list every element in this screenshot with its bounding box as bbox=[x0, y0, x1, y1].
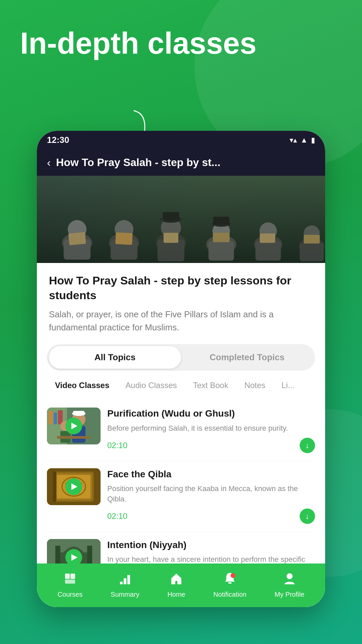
category-more[interactable]: Li... bbox=[274, 377, 303, 393]
lesson-title-1: Purification (Wudu or Ghusl) bbox=[107, 408, 315, 420]
wifi-icon: ▾▴ bbox=[290, 136, 297, 145]
svg-point-66 bbox=[287, 573, 293, 579]
summary-icon bbox=[119, 572, 131, 588]
nav-item-home[interactable]: Home bbox=[161, 569, 192, 602]
nav-label-summary: Summary bbox=[111, 591, 139, 598]
notification-icon bbox=[224, 572, 236, 588]
svg-rect-53 bbox=[87, 546, 92, 564]
svg-rect-24 bbox=[255, 241, 281, 261]
download-button-2[interactable]: ↓ bbox=[300, 508, 315, 524]
course-info: How To Pray Salah - step by step lessons… bbox=[37, 263, 325, 341]
svg-rect-4 bbox=[68, 232, 86, 245]
lesson-info-1: Purification (Wudu or Ghusl) Before perf… bbox=[107, 408, 315, 453]
svg-rect-15 bbox=[164, 233, 178, 243]
svg-rect-63 bbox=[127, 575, 130, 584]
nav-label-courses: Courses bbox=[58, 591, 82, 598]
download-icon-2: ↓ bbox=[305, 512, 309, 521]
tab-completed-topics[interactable]: Completed Topics bbox=[181, 346, 313, 369]
svg-rect-52 bbox=[55, 546, 60, 564]
lesson-footer-2: 02:10 ↓ bbox=[107, 508, 315, 524]
svg-rect-18 bbox=[208, 241, 234, 261]
svg-rect-29 bbox=[304, 235, 320, 244]
svg-rect-32 bbox=[49, 411, 53, 424]
svg-rect-60 bbox=[65, 580, 75, 584]
play-button-2[interactable] bbox=[65, 478, 82, 495]
category-audio-classes[interactable]: Audio Classes bbox=[117, 377, 185, 393]
lesson-item[interactable]: Intention (Niyyah) In your heart, have a… bbox=[47, 532, 315, 564]
phone-screen: 12:30 ▾▴ ▲ ▮ ‹ How To Pray Salah - step … bbox=[37, 131, 325, 607]
courses-icon bbox=[64, 572, 76, 588]
battery-icon: ▮ bbox=[311, 136, 315, 145]
lesson-item[interactable]: Purification (Wudu or Ghusl) Before perf… bbox=[47, 400, 315, 461]
tab-all-topics[interactable]: All Topics bbox=[49, 346, 181, 369]
svg-rect-38 bbox=[73, 411, 84, 415]
svg-rect-20 bbox=[213, 217, 229, 224]
svg-rect-25 bbox=[260, 233, 275, 243]
lesson-info-2: Face the Qibla Position yourself facing … bbox=[107, 468, 315, 524]
status-icons: ▾▴ ▲ ▮ bbox=[290, 136, 315, 145]
course-title: How To Pray Salah - step by step lessons… bbox=[49, 273, 313, 303]
home-icon bbox=[170, 572, 183, 588]
nav-item-courses[interactable]: Courses bbox=[51, 569, 89, 602]
svg-rect-64 bbox=[228, 582, 232, 584]
svg-rect-59 bbox=[70, 574, 75, 579]
svg-rect-14 bbox=[162, 212, 163, 221]
nav-label-notification: Notification bbox=[213, 591, 246, 598]
svg-rect-58 bbox=[65, 574, 70, 579]
svg-rect-13 bbox=[163, 212, 179, 220]
svg-point-65 bbox=[231, 573, 235, 578]
svg-rect-62 bbox=[124, 578, 126, 584]
bottom-nav: Courses Summary Home bbox=[37, 564, 325, 607]
course-header: ‹ How To Pray Salah - step by st... bbox=[37, 149, 325, 176]
back-button[interactable]: ‹ bbox=[47, 156, 51, 169]
profile-icon bbox=[283, 572, 296, 588]
hero-svg bbox=[37, 176, 325, 263]
lesson-title-3: Intention (Niyyah) bbox=[107, 539, 315, 551]
nav-label-home: Home bbox=[167, 591, 185, 598]
lesson-title-2: Face the Qibla bbox=[107, 468, 315, 480]
course-header-title: How To Pray Salah - step by st... bbox=[56, 156, 220, 169]
play-button-3[interactable] bbox=[65, 549, 82, 564]
signal-icon: ▲ bbox=[300, 136, 308, 145]
play-button-1[interactable] bbox=[65, 418, 82, 434]
svg-rect-41 bbox=[57, 436, 90, 439]
lesson-list: Purification (Wudu or Ghusl) Before perf… bbox=[37, 397, 325, 564]
status-time: 12:30 bbox=[47, 135, 69, 145]
svg-rect-28 bbox=[300, 243, 324, 261]
nav-item-profile[interactable]: My Profile bbox=[268, 569, 311, 602]
nav-item-notification[interactable]: Notification bbox=[206, 569, 253, 602]
lesson-thumbnail-3 bbox=[47, 539, 101, 564]
category-text-book[interactable]: Text Book bbox=[185, 377, 236, 393]
nav-label-profile: My Profile bbox=[275, 591, 304, 598]
lesson-thumbnail-2 bbox=[47, 468, 101, 505]
lesson-duration-2: 02:10 bbox=[107, 512, 127, 521]
svg-rect-21 bbox=[213, 233, 230, 242]
svg-rect-8 bbox=[115, 232, 133, 245]
lesson-thumbnail-1 bbox=[47, 408, 101, 444]
status-bar: 12:30 ▾▴ ▲ ▮ bbox=[37, 131, 325, 149]
tabs-row: All Topics Completed Topics bbox=[47, 344, 315, 371]
svg-rect-48 bbox=[53, 472, 56, 502]
download-button-1[interactable]: ↓ bbox=[300, 438, 315, 453]
nav-item-summary[interactable]: Summary bbox=[104, 569, 146, 602]
lesson-desc-2: Position yourself facing the Kaaba in Me… bbox=[107, 484, 315, 504]
lesson-duration-1: 02:10 bbox=[107, 441, 127, 450]
lesson-desc-1: Before performing Salah, it is essential… bbox=[107, 423, 315, 434]
phone-mockup: 12:30 ▾▴ ▲ ▮ ‹ How To Pray Salah - step … bbox=[37, 131, 325, 607]
category-row: Video Classes Audio Classes Text Book No… bbox=[37, 371, 325, 397]
lesson-item[interactable]: Face the Qibla Position yourself facing … bbox=[47, 461, 315, 532]
download-icon-1: ↓ bbox=[305, 441, 309, 450]
category-notes[interactable]: Notes bbox=[236, 377, 274, 393]
svg-rect-61 bbox=[120, 582, 123, 584]
category-video-classes[interactable]: Video Classes bbox=[47, 377, 117, 393]
svg-rect-34 bbox=[58, 410, 63, 424]
svg-rect-33 bbox=[54, 413, 57, 424]
course-hero-image bbox=[37, 176, 325, 263]
course-description: Salah, or prayer, is one of the Five Pil… bbox=[49, 308, 313, 334]
lesson-desc-3: In your heart, have a sincere intention … bbox=[107, 554, 315, 564]
hero-title: In-depth classes bbox=[20, 27, 256, 60]
lesson-info-3: Intention (Niyyah) In your heart, have a… bbox=[107, 539, 315, 564]
lesson-footer-1: 02:10 ↓ bbox=[107, 438, 315, 453]
